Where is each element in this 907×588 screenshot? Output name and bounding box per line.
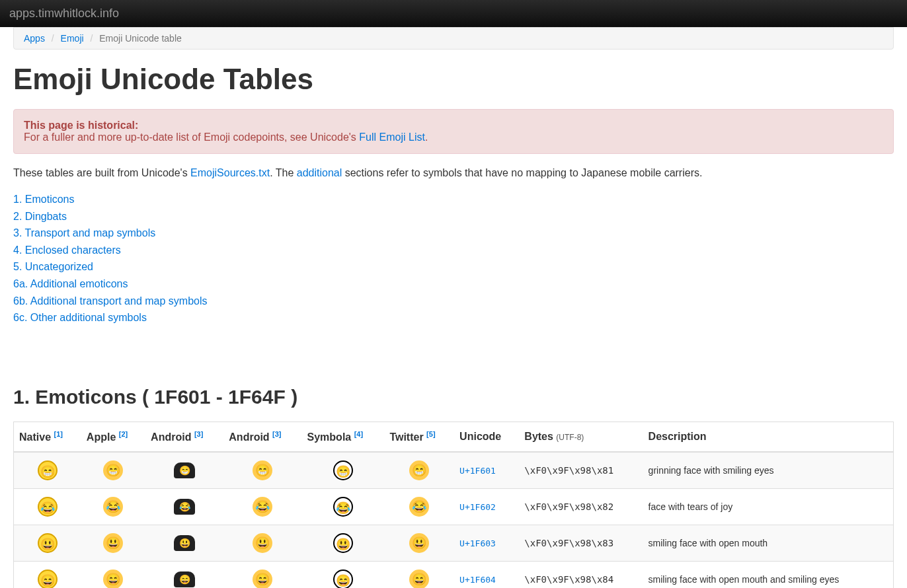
- th-symbola: Symbola [4]: [302, 422, 385, 452]
- unicode-cell: U+1F602: [454, 489, 519, 525]
- emoji-cell: 😁: [302, 452, 385, 489]
- bytes-cell: \xF0\x9F\x98\x83: [519, 525, 643, 562]
- intro-link-sources[interactable]: EmojiSources.txt: [190, 167, 270, 178]
- emoji-icon: 😁: [253, 460, 272, 480]
- emoji-cell: 😂: [223, 489, 301, 525]
- emoji-icon: 😂: [253, 497, 272, 517]
- emoji-icon: 😁: [409, 460, 429, 480]
- page-title: Emoji Unicode Tables: [13, 63, 894, 96]
- breadcrumb-emoji[interactable]: Emoji: [61, 33, 84, 44]
- toc-link-5[interactable]: 5. Uncategorized: [13, 261, 93, 272]
- bytes-cell: \xF0\x9F\x98\x82: [519, 489, 643, 525]
- intro-paragraph: These tables are built from Unicode's Em…: [13, 167, 894, 179]
- unicode-link[interactable]: U+1F602: [459, 502, 496, 512]
- emoji-cell: 😃: [145, 525, 223, 562]
- toc-link-6b[interactable]: 6b. Additional transport and map symbols: [13, 295, 208, 307]
- th-android2: Android [3]: [223, 422, 301, 452]
- emoji-icon: 😃: [409, 533, 429, 553]
- description-cell: face with tears of joy: [643, 489, 894, 525]
- breadcrumb-sep: /: [87, 33, 97, 44]
- th-twitter: Twitter [5]: [384, 422, 454, 452]
- toc-link-1[interactable]: 1. Emoticons: [13, 194, 74, 205]
- unicode-cell: U+1F603: [454, 525, 519, 562]
- breadcrumb: Apps / Emoji / Emoji Unicode table: [13, 27, 894, 50]
- table-header-row: Native [1] Apple [2] Android [3] Android…: [14, 422, 894, 452]
- emoji-cell: 😁: [384, 452, 454, 489]
- th-android1: Android [3]: [145, 422, 223, 452]
- emoji-table: Native [1] Apple [2] Android [3] Android…: [13, 422, 894, 588]
- description-cell: grinning face with smiling eyes: [643, 452, 894, 489]
- alert-text-after: .: [425, 131, 428, 143]
- emoji-cell: 😁: [145, 452, 223, 489]
- section-1-title: 1. Emoticons ( 1F601 - 1F64F ): [13, 386, 894, 408]
- table-row: 😂😂😂😂😂😂U+1F602\xF0\x9F\x98\x82face with t…: [14, 489, 894, 525]
- emoji-icon: 😄: [174, 571, 195, 587]
- bytes-cell: \xF0\x9F\x98\x84: [519, 562, 643, 588]
- emoji-icon: 😃: [38, 533, 58, 553]
- emoji-cell: 😄: [81, 562, 145, 588]
- toc-link-2[interactable]: 2. Dingbats: [13, 211, 67, 222]
- unicode-link[interactable]: U+1F601: [459, 466, 496, 476]
- ref-4[interactable]: [4]: [354, 430, 363, 438]
- breadcrumb-apps[interactable]: Apps: [24, 33, 45, 44]
- unicode-link[interactable]: U+1F604: [459, 575, 496, 585]
- emoji-cell: 😃: [302, 525, 385, 562]
- emoji-cell: 😄: [302, 562, 385, 588]
- alert-text-before: For a fuller and more up-to-date list of…: [24, 131, 359, 143]
- emoji-cell: 😂: [14, 489, 81, 525]
- emoji-icon: 😂: [38, 497, 58, 517]
- emoji-cell: 😂: [302, 489, 385, 525]
- emoji-cell: 😂: [145, 489, 223, 525]
- emoji-cell: 😁: [81, 452, 145, 489]
- th-description: Description: [643, 422, 894, 452]
- emoji-icon: 😁: [174, 462, 195, 478]
- host-label: apps.timwhitlock.info: [9, 7, 119, 20]
- description-cell: smiling face with open mouth: [643, 525, 894, 562]
- bytes-cell: \xF0\x9F\x98\x81: [519, 452, 643, 489]
- breadcrumb-sep: /: [48, 33, 58, 44]
- toc-link-4[interactable]: 4. Enclosed characters: [13, 244, 121, 256]
- emoji-icon: 😂: [103, 497, 123, 517]
- emoji-icon: 😂: [409, 497, 429, 517]
- ref-2[interactable]: [2]: [119, 430, 128, 438]
- ref-1[interactable]: [1]: [54, 430, 62, 438]
- alert-link[interactable]: Full Emoji List: [359, 131, 425, 143]
- emoji-icon: 😃: [333, 533, 353, 553]
- emoji-icon: 😃: [174, 535, 195, 551]
- emoji-cell: 😂: [384, 489, 454, 525]
- toc-link-3[interactable]: 3. Transport and map symbols: [13, 227, 155, 239]
- ref-5[interactable]: [5]: [426, 430, 435, 438]
- ref-3a[interactable]: [3]: [194, 430, 203, 438]
- table-row: 😄😄😄😄😄😄U+1F604\xF0\x9F\x98\x84smiling fac…: [14, 562, 894, 588]
- description-cell: smiling face with open mouth and smiling…: [643, 562, 894, 588]
- th-native: Native [1]: [14, 422, 81, 452]
- emoji-icon: 😄: [409, 570, 429, 588]
- emoji-icon: 😂: [333, 497, 353, 517]
- intro-t2: . The: [270, 167, 297, 178]
- intro-link-additional[interactable]: additional: [297, 167, 342, 178]
- intro-t1: These tables are built from Unicode's: [13, 167, 190, 178]
- table-row: 😃😃😃😃😃😃U+1F603\xF0\x9F\x98\x83smiling fac…: [14, 525, 894, 562]
- emoji-icon: 😁: [103, 460, 123, 480]
- unicode-cell: U+1F601: [454, 452, 519, 489]
- table-row: 😁😁😁😁😁😁U+1F601\xF0\x9F\x98\x81grinning fa…: [14, 452, 894, 489]
- emoji-cell: 😃: [384, 525, 454, 562]
- emoji-icon: 😂: [174, 499, 195, 515]
- ref-3b[interactable]: [3]: [272, 430, 281, 438]
- table-of-contents: 1. Emoticons 2. Dingbats 3. Transport an…: [13, 191, 894, 326]
- emoji-icon: 😄: [333, 570, 353, 588]
- toc-link-6c[interactable]: 6c. Other additional symbols: [13, 312, 147, 323]
- emoji-cell: 😃: [14, 525, 81, 562]
- emoji-cell: 😄: [384, 562, 454, 588]
- emoji-cell: 😃: [223, 525, 301, 562]
- emoji-icon: 😄: [103, 570, 123, 588]
- emoji-icon: 😁: [38, 460, 58, 480]
- unicode-link[interactable]: U+1F603: [459, 538, 496, 548]
- th-bytes: Bytes (UTF-8): [519, 422, 643, 452]
- th-apple: Apple [2]: [81, 422, 145, 452]
- topbar: apps.timwhitlock.info: [0, 0, 907, 27]
- emoji-cell: 😁: [14, 452, 81, 489]
- emoji-icon: 😃: [103, 533, 123, 553]
- toc-link-6a[interactable]: 6a. Additional emoticons: [13, 278, 128, 289]
- emoji-icon: 😄: [253, 570, 272, 588]
